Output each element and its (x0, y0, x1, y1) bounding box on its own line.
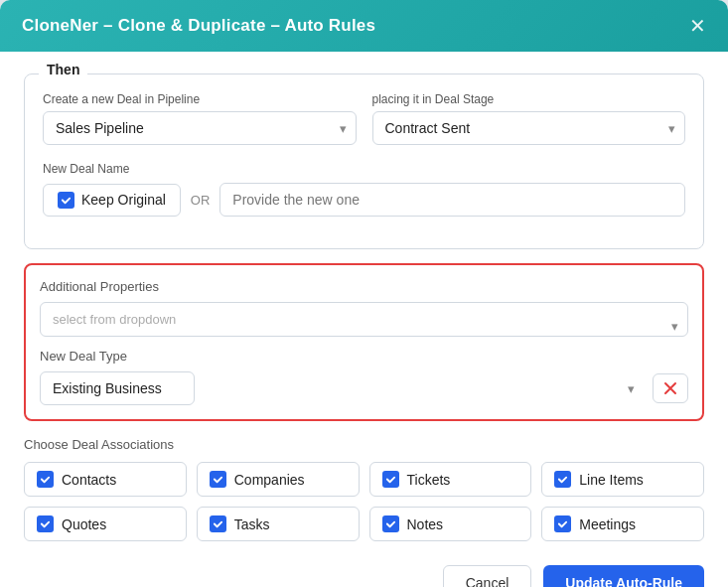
deal-name-label-row: New Deal Name (43, 159, 685, 177)
checkmark-icon (61, 195, 72, 206)
deal-name-field-label: New Deal Name (43, 162, 129, 176)
modal-title: CloneNer – Clone & Duplicate – Auto Rule… (22, 16, 375, 36)
additional-properties-title: Additional Properties (40, 279, 688, 294)
modal-body: Then Create a new Deal in Pipeline Sales… (0, 52, 728, 587)
new-deal-name-input[interactable] (219, 183, 685, 217)
deal-type-row: Existing Business ▾ (40, 371, 688, 405)
companies-checkbox (210, 471, 226, 488)
list-item[interactable]: Notes (369, 507, 532, 541)
stage-label: placing it in Deal Stage (372, 92, 686, 106)
deal-type-chevron-icon: ▾ (628, 381, 635, 396)
list-item[interactable]: Companies (197, 462, 360, 497)
additional-properties-box: Additional Properties select from dropdo… (24, 263, 704, 421)
then-label: Then (39, 62, 87, 77)
deal-type-select-wrapper: Existing Business ▾ (40, 371, 645, 405)
update-auto-rule-button[interactable]: Update Auto-Rule (543, 565, 704, 587)
checkmark-icon (557, 474, 568, 485)
keep-original-checkbox-label[interactable]: Keep Original (43, 184, 181, 217)
checkmark-icon (40, 474, 51, 485)
associations-label: Choose Deal Associations (24, 437, 704, 452)
deal-name-row: Keep Original OR (43, 183, 685, 217)
lineitems-checkbox (554, 471, 571, 488)
meetings-checkbox (554, 515, 571, 532)
or-divider: OR (191, 193, 211, 208)
deal-type-label: New Deal Type (40, 349, 688, 364)
list-item[interactable]: Contacts (24, 462, 187, 497)
pipeline-stage-row: Create a new Deal in Pipeline Sales Pipe… (43, 92, 685, 145)
footer-row: Cancel Update Auto-Rule (24, 561, 704, 587)
list-item[interactable]: Quotes (24, 507, 187, 541)
tickets-checkbox (382, 471, 399, 488)
pipeline-select-wrapper: Sales Pipeline ▾ (43, 111, 357, 145)
then-section: Then Create a new Deal in Pipeline Sales… (24, 73, 704, 249)
list-item[interactable]: Tasks (197, 507, 360, 541)
stage-select[interactable]: Contract Sent (372, 111, 686, 145)
checkmark-icon (213, 518, 223, 529)
x-icon (663, 381, 677, 395)
delete-deal-type-button[interactable] (653, 373, 688, 403)
list-item[interactable]: Tickets (369, 462, 532, 497)
stage-select-wrapper: Contract Sent ▾ (372, 111, 686, 145)
keep-original-checkbox (58, 192, 74, 209)
deal-type-select[interactable]: Existing Business (40, 371, 195, 405)
additional-properties-container: Additional Properties select from dropdo… (24, 263, 704, 421)
additional-properties-select-wrapper: select from dropdown ▾ (40, 302, 688, 349)
checkmark-icon (557, 518, 568, 529)
list-item[interactable]: Line Items (541, 462, 704, 497)
close-button[interactable]: ✕ (689, 16, 706, 36)
notes-checkbox (382, 515, 399, 532)
tasks-checkbox (210, 515, 226, 532)
contacts-checkbox (37, 471, 54, 488)
cancel-button[interactable]: Cancel (443, 565, 532, 587)
additional-properties-select[interactable]: select from dropdown (40, 302, 688, 337)
checkmark-icon (385, 518, 396, 529)
pipeline-select[interactable]: Sales Pipeline (43, 111, 357, 145)
checkmark-icon (385, 474, 396, 485)
modal-header: CloneNer – Clone & Duplicate – Auto Rule… (0, 0, 728, 52)
associations-grid: Contacts Companies Tickets (24, 462, 704, 541)
pipeline-label: Create a new Deal in Pipeline (43, 92, 357, 106)
stage-field: placing it in Deal Stage Contract Sent ▾ (372, 92, 686, 145)
checkmark-icon (40, 518, 51, 529)
quotes-checkbox (37, 515, 54, 532)
modal-container: CloneNer – Clone & Duplicate – Auto Rule… (0, 0, 728, 587)
checkmark-icon (213, 474, 223, 485)
associations-section: Choose Deal Associations Contacts Compan… (24, 437, 704, 541)
pipeline-field: Create a new Deal in Pipeline Sales Pipe… (43, 92, 357, 145)
list-item[interactable]: Meetings (541, 507, 704, 541)
